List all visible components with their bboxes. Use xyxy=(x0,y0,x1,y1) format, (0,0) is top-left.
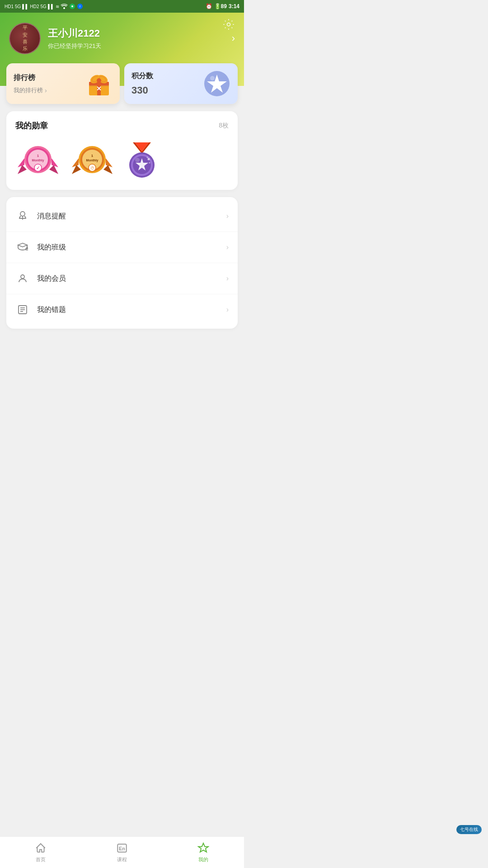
badges-header: 我的勋章 8枚 xyxy=(15,120,229,131)
mistakes-label: 我的错题 xyxy=(37,305,226,315)
svg-text:Monthly: Monthly xyxy=(32,159,44,162)
ranking-chevron: › xyxy=(45,87,47,94)
profile-chevron[interactable]: › xyxy=(232,33,235,44)
badge-orange-monthly[interactable]: 1 Monthly ⏱ xyxy=(70,142,115,179)
svg-point-38 xyxy=(149,162,150,164)
mistakes-chevron: › xyxy=(226,306,229,314)
notification-icon xyxy=(15,209,30,223)
svg-point-37 xyxy=(148,158,150,160)
svg-text:⏱: ⏱ xyxy=(90,166,94,170)
alarm-icon: ⏰ xyxy=(206,3,212,9)
svg-point-40 xyxy=(135,158,140,162)
svg-text:1: 1 xyxy=(37,154,39,158)
member-icon xyxy=(15,271,30,286)
notification-label: 消息提醒 xyxy=(37,212,226,221)
ranking-card[interactable]: 排行榜 我的排行榜 › xyxy=(6,63,120,104)
svg-text:✓: ✓ xyxy=(36,165,40,170)
wifi-icon xyxy=(61,4,68,9)
svg-point-44 xyxy=(21,275,24,278)
avatar: 平 安 喜 乐 xyxy=(9,23,41,54)
svg-text:✕: ✕ xyxy=(96,85,102,92)
mistakes-icon xyxy=(15,302,30,317)
star-icon xyxy=(203,70,230,97)
user-info: 王小川2122 你已经坚持学习21天 xyxy=(48,27,225,50)
user-subtitle: 你已经坚持学习21天 xyxy=(48,42,225,50)
menu-notification[interactable]: 消息提醒 › xyxy=(6,201,238,232)
badge-pink-monthly[interactable]: 1 Monthly ✓ xyxy=(15,142,61,179)
gift-box-icon: ✕ xyxy=(85,70,113,97)
points-card[interactable]: 积分数 330 xyxy=(124,63,238,104)
ranking-title: 排行榜 xyxy=(14,73,47,83)
ranking-card-content: 排行榜 我的排行榜 › xyxy=(14,73,47,94)
member-chevron: › xyxy=(226,274,229,283)
svg-text:f: f xyxy=(80,5,80,8)
cards-row: 排行榜 我的排行榜 › xyxy=(0,63,244,104)
menu-class[interactable]: 我的班级 › xyxy=(6,232,238,263)
status-left: HD1 5G ▌▌ HD2 5G ▌▌ ≋ f xyxy=(5,3,83,9)
svg-text:1: 1 xyxy=(91,154,94,158)
svg-point-2 xyxy=(71,5,73,7)
points-title: 积分数 xyxy=(131,71,153,81)
class-icon xyxy=(15,240,30,255)
time-display: 3:14 xyxy=(229,3,239,9)
status-right: ⏰ 🔋89 3:14 xyxy=(206,3,239,9)
user-profile[interactable]: 平 安 喜 乐 王小川2122 你已经坚持学习21天 › xyxy=(9,23,235,54)
notification-chevron: › xyxy=(226,212,229,220)
svg-point-41 xyxy=(20,212,25,216)
svg-point-14 xyxy=(97,78,101,83)
menu-member[interactable]: 我的会员 › xyxy=(6,263,238,294)
status-bar: HD1 5G ▌▌ HD2 5G ▌▌ ≋ f ⏰ 🔋89 3 xyxy=(0,0,244,13)
points-value: 330 xyxy=(131,85,153,96)
svg-point-39 xyxy=(147,157,148,158)
menu-section: 消息提醒 › 我的班级 › xyxy=(6,197,238,329)
class-chevron: › xyxy=(226,243,229,251)
battery-icon: 🔋89 xyxy=(214,3,227,9)
app-icon: f xyxy=(77,3,83,9)
menu-mistakes[interactable]: 我的错题 › xyxy=(6,294,238,325)
points-card-content: 积分数 330 xyxy=(131,71,153,96)
member-label: 我的会员 xyxy=(37,274,226,283)
username: 王小川2122 xyxy=(48,27,225,40)
ranking-subtitle: 我的排行榜 › xyxy=(14,86,47,94)
badge-purple-medal[interactable] xyxy=(124,140,160,181)
svg-text:Monthly: Monthly xyxy=(86,159,99,162)
badges-title: 我的勋章 xyxy=(15,120,48,131)
badges-count: 8枚 xyxy=(219,122,229,130)
svg-point-0 xyxy=(63,7,65,9)
badges-section: 我的勋章 8枚 xyxy=(6,111,238,190)
svg-point-18 xyxy=(210,76,215,80)
settings-button[interactable] xyxy=(222,18,235,31)
class-label: 我的班级 xyxy=(37,243,226,252)
badges-row: 1 Monthly ✓ xyxy=(15,140,229,181)
svg-point-5 xyxy=(227,23,230,26)
music-icon xyxy=(69,3,75,9)
